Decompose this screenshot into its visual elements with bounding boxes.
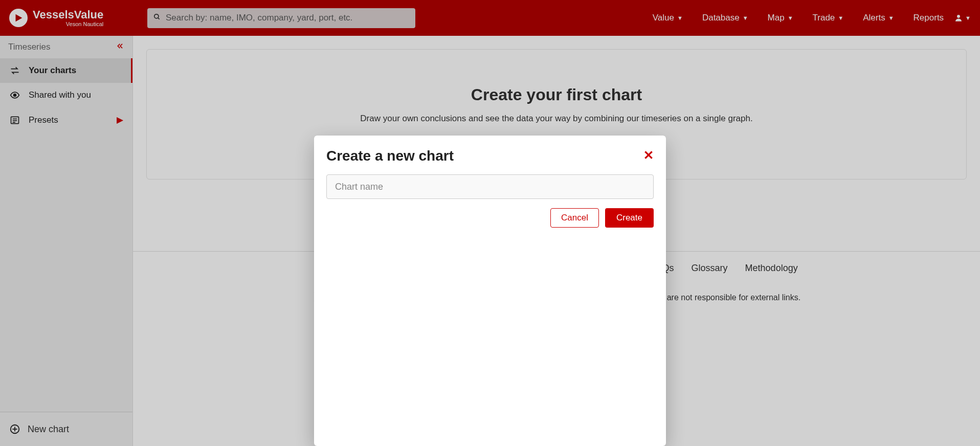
create-button[interactable]: Create (605, 208, 654, 228)
close-icon (643, 150, 654, 160)
chart-name-input[interactable] (326, 174, 654, 199)
modal-close-button[interactable] (643, 149, 654, 163)
cancel-button[interactable]: Cancel (550, 208, 599, 228)
create-chart-modal: Create a new chart Cancel Create (314, 136, 666, 446)
modal-overlay[interactable]: Create a new chart Cancel Create (0, 0, 980, 446)
modal-title: Create a new chart (326, 148, 454, 164)
